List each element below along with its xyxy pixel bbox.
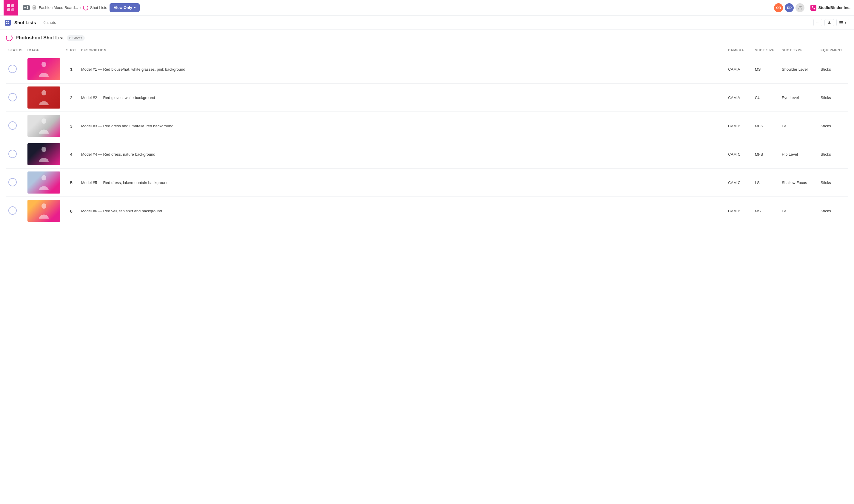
sub-header-actions: ··· ▾ bbox=[814, 19, 849, 26]
svg-point-23 bbox=[41, 119, 46, 124]
row-description: Model #4 — Red dress, nature background bbox=[79, 140, 726, 168]
row-camera: CAM C bbox=[726, 140, 752, 168]
table-header: STATUS IMAGE SHOT DESCRIPTION CAMERA SHO… bbox=[6, 45, 848, 55]
status-circle-icon[interactable] bbox=[8, 150, 17, 158]
svg-rect-14 bbox=[8, 21, 9, 22]
row-status bbox=[6, 112, 25, 140]
chevron-down-icon: ▾ bbox=[134, 6, 136, 9]
project-title[interactable]: Fashion Mood Board... bbox=[39, 5, 78, 10]
row-camera: CAM A bbox=[726, 84, 752, 112]
row-camera: CAM A bbox=[726, 55, 752, 84]
avatar-user1[interactable]: OR bbox=[774, 3, 783, 12]
view-only-button[interactable]: View Only ▾ bbox=[109, 3, 140, 12]
app-logo[interactable] bbox=[4, 0, 18, 16]
svg-point-11 bbox=[812, 6, 814, 7]
col-header-camera: CAMERA bbox=[726, 45, 752, 55]
shot-thumbnail[interactable] bbox=[28, 87, 60, 109]
more-options-button[interactable]: ··· bbox=[814, 19, 822, 26]
svg-rect-0 bbox=[7, 4, 10, 7]
svg-rect-18 bbox=[839, 21, 843, 22]
row-shot-number: 2 bbox=[64, 84, 79, 112]
svg-rect-1 bbox=[11, 4, 14, 7]
col-header-shot: SHOT bbox=[64, 45, 79, 55]
col-header-shotsize: SHOT SIZE bbox=[752, 45, 779, 55]
table-row: 4 Model #4 — Red dress, nature backgroun… bbox=[6, 140, 848, 168]
row-equipment: Sticks bbox=[818, 197, 848, 225]
shot-spinner-icon bbox=[83, 5, 88, 11]
svg-rect-19 bbox=[839, 22, 843, 23]
shot-thumbnail[interactable] bbox=[28, 58, 60, 80]
person-view-button[interactable] bbox=[824, 19, 834, 26]
shot-thumbnail[interactable] bbox=[28, 200, 60, 222]
brand-icon bbox=[811, 5, 816, 11]
svg-point-24 bbox=[41, 147, 46, 152]
row-shot-type: LA bbox=[779, 112, 818, 140]
section-title-row: Photoshoot Shot List 6 Shots bbox=[6, 35, 848, 41]
user-avatars: OR RD bbox=[774, 3, 804, 12]
top-navigation: v 1 Fashion Mood Board... › Shot Lists V… bbox=[0, 0, 854, 16]
svg-point-21 bbox=[41, 62, 46, 67]
row-shot-size: MFS bbox=[752, 112, 779, 140]
row-status bbox=[6, 197, 25, 225]
row-image bbox=[25, 55, 64, 84]
shot-list-nav-item[interactable]: Shot Lists bbox=[83, 5, 107, 11]
svg-point-22 bbox=[41, 90, 46, 95]
table-row: 3 Model #3 — Red dress and umbrella, red… bbox=[6, 112, 848, 140]
version-badge: v 1 bbox=[23, 5, 30, 10]
breadcrumb: v 1 Fashion Mood Board... › Shot Lists bbox=[23, 5, 107, 11]
table-body: 1 Model #1 — Red blouse/hat, white glass… bbox=[6, 55, 848, 225]
avatar-user2[interactable]: RD bbox=[785, 3, 794, 12]
col-header-description: DESCRIPTION bbox=[79, 45, 726, 55]
row-image bbox=[25, 168, 64, 197]
status-circle-icon[interactable] bbox=[8, 178, 17, 186]
row-equipment: Sticks bbox=[818, 84, 848, 112]
status-circle-icon[interactable] bbox=[8, 206, 17, 215]
row-status bbox=[6, 168, 25, 197]
row-equipment: Sticks bbox=[818, 168, 848, 197]
status-circle-icon[interactable] bbox=[8, 93, 17, 102]
brand-name: StudioBinder Inc. bbox=[811, 5, 850, 11]
row-equipment: Sticks bbox=[818, 55, 848, 84]
row-shot-size: LS bbox=[752, 168, 779, 197]
row-equipment: Sticks bbox=[818, 112, 848, 140]
row-shot-type: LA bbox=[779, 197, 818, 225]
avatar-add-user[interactable] bbox=[796, 3, 804, 12]
shot-thumbnail[interactable] bbox=[28, 143, 60, 165]
shot-thumbnail[interactable] bbox=[28, 115, 60, 137]
chevron-down-icon: ▾ bbox=[844, 20, 847, 25]
shot-thumbnail[interactable] bbox=[28, 172, 60, 194]
sub-header-title: Shot Lists bbox=[14, 20, 36, 25]
status-circle-icon[interactable] bbox=[8, 121, 17, 130]
shot-list-icon bbox=[5, 20, 11, 26]
row-shot-number: 4 bbox=[64, 140, 79, 168]
shot-count: 6 shots bbox=[43, 20, 56, 25]
table-row: 2 Model #2 — Red gloves, white backgroun… bbox=[6, 84, 848, 112]
table-row: 1 Model #1 — Red blouse/hat, white glass… bbox=[6, 55, 848, 84]
row-image bbox=[25, 197, 64, 225]
row-shot-type: Hip Level bbox=[779, 140, 818, 168]
row-image bbox=[25, 84, 64, 112]
svg-point-8 bbox=[799, 6, 801, 8]
row-status bbox=[6, 84, 25, 112]
svg-rect-20 bbox=[839, 23, 843, 24]
row-description: Model #3 — Red dress and umbrella, red b… bbox=[79, 112, 726, 140]
status-circle-icon[interactable] bbox=[8, 65, 17, 73]
col-header-equipment: EQUIPMENT bbox=[818, 45, 848, 55]
svg-point-12 bbox=[814, 8, 815, 9]
shot-list-section: Photoshoot Shot List 6 Shots STATUS IMAG… bbox=[0, 30, 854, 225]
table-row: 5 Model #5 — Red dress, lake/mountain ba… bbox=[6, 168, 848, 197]
sub-header-divider bbox=[40, 19, 40, 26]
table-row: 6 Model #6 — Red veil, tan shirt and bac… bbox=[6, 197, 848, 225]
document-icon bbox=[32, 5, 37, 11]
svg-rect-16 bbox=[8, 23, 9, 24]
row-shot-type: Shallow Focus bbox=[779, 168, 818, 197]
row-shot-number: 6 bbox=[64, 197, 79, 225]
row-shot-size: MS bbox=[752, 55, 779, 84]
row-shot-number: 1 bbox=[64, 55, 79, 84]
row-status bbox=[6, 55, 25, 84]
row-status bbox=[6, 140, 25, 168]
list-view-button[interactable]: ▾ bbox=[836, 19, 849, 26]
shot-table: STATUS IMAGE SHOT DESCRIPTION CAMERA SHO… bbox=[6, 45, 848, 225]
row-shot-size: MFS bbox=[752, 140, 779, 168]
row-camera: CAM B bbox=[726, 197, 752, 225]
